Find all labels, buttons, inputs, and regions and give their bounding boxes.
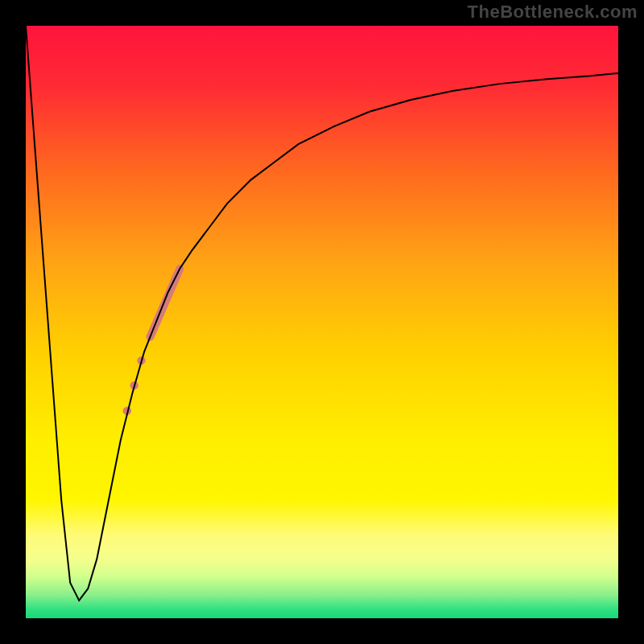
- chart-frame: TheBottleneck.com: [0, 0, 644, 644]
- watermark-text: TheBottleneck.com: [468, 2, 638, 23]
- plot-area: [26, 26, 618, 618]
- bottleneck-curve: [26, 26, 618, 601]
- curve-layer: [26, 26, 618, 618]
